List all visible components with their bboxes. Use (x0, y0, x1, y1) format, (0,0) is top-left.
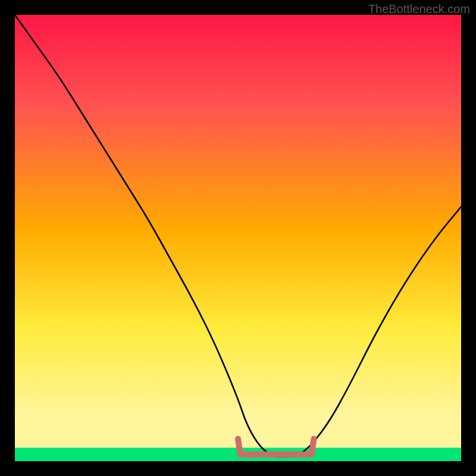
optimal-band-highlight (238, 439, 314, 455)
bottleneck-curve (15, 15, 461, 457)
watermark-text: TheBottleneck.com (368, 2, 470, 16)
chart-area (15, 15, 461, 461)
curve-layer (15, 15, 461, 461)
